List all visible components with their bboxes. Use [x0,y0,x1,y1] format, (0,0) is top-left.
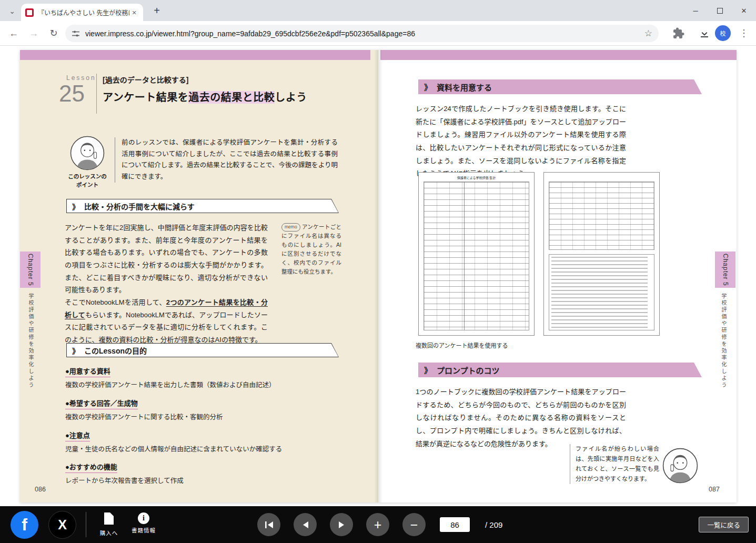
book-page-right: 》 資料を用意する レッスン24で作成したノートブックを引き続き使用します。そこ… [378,50,737,502]
item-text: レポートから年次報告書を選択して作成 [65,476,323,486]
section-banner: 》 プロンプトのコツ [418,363,702,377]
site-favicon-icon [25,8,34,17]
window-minimize-button[interactable]: ─ [683,0,708,21]
purchase-button[interactable]: 購入へ [94,512,124,537]
memo-note: memoアンケートごとにファイル名は異なるものにしましょう。AIに区別させるだけ… [281,223,341,276]
browser-tab-strip: ⌄ 『いちばんやさしい 先生が校務に使 × + ─ ✕ [0,0,756,21]
forward-button[interactable]: → [26,26,41,41]
lesson-number: 25 [59,81,85,107]
list-item: ●注意点 児童・生徒の氏名などの個人情報が自由記述に含まれていないか確認する [65,430,323,455]
tab-title: 『いちばんやさしい 先生が校務に使 [38,8,129,17]
avatar-caption: このレッスンの ポイント [57,173,118,189]
document-title: 保護者による学校評価 集計 [419,175,534,180]
figure-caption: 複数回のアンケート結果を使用する [416,341,508,349]
chapter-tab-left: Chapter 5 [20,252,41,288]
page-spread: Lesson 25 [過去のデータと比較する] アンケート結果を過去の結果と比較… [20,50,737,502]
download-icon[interactable] [698,27,711,39]
section1-para1: アンケートを年に2回実施し、中間評価と年度末評価の内容を比較することがあります。… [65,224,268,294]
bookmark-star-icon[interactable]: ☆ [644,28,652,39]
prepare-body: レッスン24で作成したノートブックを引き続き使用します。そこに新たに「保護者によ… [416,103,626,180]
facebook-share-button[interactable]: f [11,511,38,539]
section1-para2-pre: そこでNotebookLMを活用して、 [65,298,166,306]
info-label: 書籍情報 [128,526,159,534]
browser-tab[interactable]: 『いちばんやさしい 先生が校務に使 × [21,4,143,21]
chapter-label: Chapter 5 [722,254,729,286]
tip-bubble: ファイル名が紛らわしい場合は、先頭に実施年月日などを入れておくと、ソース一覧でも… [570,444,659,484]
section1-para2-post: もらいます。NotebookLMであれば、アップロードしたソースに記載されている… [65,311,268,344]
window-close-button[interactable]: ✕ [732,0,756,21]
item-label: ●おすすめの機能 [65,461,117,473]
section1-body: アンケートを年に2回実施し、中間評価と年度末評価の内容を比較することがあります。… [65,222,268,346]
lesson-kicker: [過去のデータと比較する] [103,74,188,85]
previous-page-button[interactable] [294,513,317,536]
maximize-icon [717,8,723,14]
list-item: ●おすすめの機能 レポートから年次報告書を選択して作成 [65,461,323,486]
new-tab-button[interactable]: + [150,5,163,17]
list-item: ●希望する回答／生成物 複数の学校評価アンケートに関する比較・客観的分析 [65,398,323,423]
window-maximize-button[interactable] [708,0,732,21]
book-page-left: Lesson 25 [過去のデータと比較する] アンケート結果を過去の結果と比較… [20,50,378,502]
zoom-in-button[interactable]: + [366,513,389,536]
back-to-list-button[interactable]: 一覧に戻る [699,517,749,532]
section1-heading: 比較・分析の手間を大幅に減らす [84,201,195,212]
memo-badge: memo [281,223,300,232]
section-marker-icon: 》 [72,201,79,212]
survey-document-thumbnail-1: 保護者による学校評価 集計 [418,172,535,336]
avatar-caption-line1: このレッスンの [68,173,107,179]
reload-button[interactable]: ↻ [46,26,61,41]
address-bar[interactable]: viewer.impress.co.jp/viewer.html?group_n… [65,25,659,42]
window-controls: ─ ✕ [683,0,756,21]
page-number-input[interactable] [440,517,470,532]
tab-search-icon[interactable]: ⌄ [6,5,18,17]
browser-toolbar: ← → ↻ viewer.impress.co.jp/viewer.html?g… [0,21,756,46]
title-pre: アンケート結果を [103,92,188,103]
lesson-intro: 前のレッスンでは、保護者による学校評価アンケートを集計・分析する活用事例について… [115,137,338,183]
section-heading-box: 》 このLessonの目的 [66,343,339,357]
page-number-right: 087 [709,486,720,493]
chapter-label: Chapter 5 [27,254,34,286]
book-info-button[interactable]: i 書籍情報 [128,512,159,534]
x-share-button[interactable]: X [48,511,76,539]
page-accent-bar [20,50,370,60]
item-text: 複数の学校評価アンケートに関する比較・客観的分析 [65,413,323,423]
purchase-label: 購入へ [94,529,124,537]
book-viewer: Lesson 25 [過去のデータと比較する] アンケート結果を過去の結果と比較… [0,46,756,506]
lesson-title: アンケート結果を過去の結果と比較しよう [103,89,307,104]
toolbar-separator [86,512,86,537]
page-total: / 209 [485,520,502,529]
browser-menu-icon[interactable]: ⋮ [737,26,751,40]
divider [96,74,97,114]
site-info-icon[interactable] [72,29,80,38]
lesson-goal-list: ●用意する資料 複数の学校評価アンケート結果を出力した書類（数値および自由記述）… [65,366,323,494]
next-page-button[interactable] [330,513,353,536]
zoom-out-button[interactable]: − [402,513,426,536]
item-text: 複数の学校評価アンケート結果を出力した書類（数値および自由記述） [65,380,323,390]
item-label: ●用意する資料 [65,366,110,377]
title-highlight: 過去の結果と比較 [188,91,275,104]
page-navigation-controls: + − / 209 [257,513,502,536]
purchase-page-icon [104,512,114,525]
page-accent-bar [380,50,737,60]
section-heading-box: 》 比較・分析の手間を大幅に減らす [66,199,339,213]
extensions-icon[interactable] [672,27,684,39]
item-label: ●注意点 [65,430,90,441]
tab-close-icon[interactable]: × [129,8,139,17]
list-item: ●用意する資料 複数の学校評価アンケート結果を出力した書類（数値および自由記述） [65,366,323,390]
viewer-bottom-toolbar: f X 購入へ i 書籍情報 + − / 209 一覧に戻る [0,506,756,543]
item-text: 児童・生徒の氏名などの個人情報が自由記述に含まれていないか確認する [65,445,323,455]
section-banner: 》 資料を用意する [418,79,702,94]
section-marker-icon: 》 [424,82,432,93]
back-button[interactable]: ← [6,26,21,41]
chapter-tab-right: Chapter 5 [715,252,735,288]
first-page-button[interactable] [257,513,280,536]
chapter-subtitle-right: 学校評価や研修を効率化しよう [720,293,728,389]
teacher-avatar-small [662,448,698,484]
table-preview [424,182,529,330]
profile-avatar[interactable]: 校 [715,25,731,41]
prompt-tips-heading: プロンプトのコツ [437,365,500,376]
url-text[interactable]: viewer.impress.co.jp/viewer.html?group_n… [85,29,644,38]
section-marker-icon: 》 [424,365,432,376]
section-marker-icon: 》 [72,345,79,356]
teacher-avatar [70,136,105,170]
prepare-heading: 資料を用意する [437,82,492,93]
